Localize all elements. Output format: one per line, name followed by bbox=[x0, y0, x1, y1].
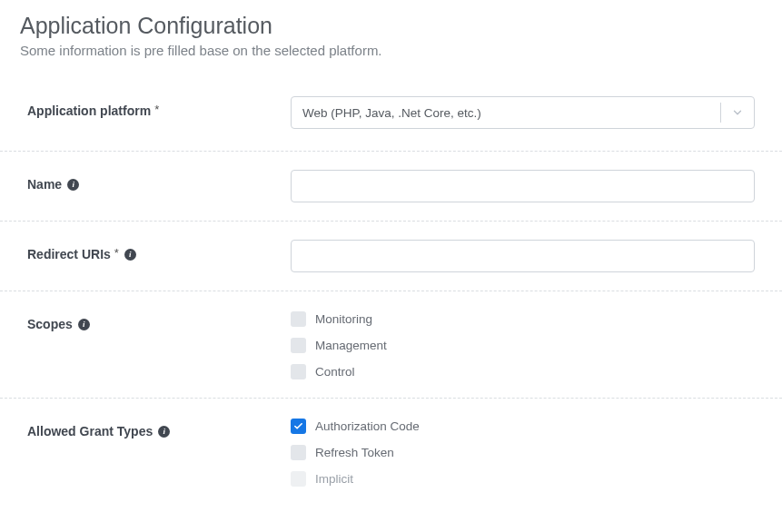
checkbox-label: Authorization Code bbox=[315, 419, 420, 433]
page-subtitle: Some information is pre filled base on t… bbox=[20, 43, 762, 58]
checkbox-grant-refresh-token[interactable]: Refresh Token bbox=[291, 445, 755, 460]
checkbox-box bbox=[291, 338, 306, 353]
info-icon[interactable]: i bbox=[78, 319, 90, 330]
row-name: Name i bbox=[0, 152, 782, 222]
required-mark: * bbox=[154, 103, 159, 116]
row-redirect-uris: Redirect URIs * i bbox=[0, 222, 782, 291]
check-icon bbox=[293, 421, 303, 431]
name-input[interactable] bbox=[291, 170, 755, 202]
checkbox-box bbox=[291, 419, 306, 434]
checkbox-box bbox=[291, 471, 306, 487]
label-col-platform: Application platform * bbox=[27, 96, 291, 118]
label-col-grant-types: Allowed Grant Types i bbox=[27, 417, 291, 438]
input-col-grant-types: Authorization Code Refresh Token Implici… bbox=[291, 417, 755, 487]
row-scopes: Scopes i Monitoring Management bbox=[0, 291, 782, 399]
chevron-down-icon bbox=[721, 106, 754, 119]
platform-select[interactable]: Web (PHP, Java, .Net Core, etc.) bbox=[291, 96, 755, 129]
redirect-uris-input[interactable] bbox=[291, 240, 755, 272]
label-col-name: Name i bbox=[27, 170, 291, 192]
checkbox-label: Implicit bbox=[315, 472, 353, 486]
info-icon[interactable]: i bbox=[158, 426, 170, 438]
checkbox-box bbox=[291, 445, 306, 460]
info-icon[interactable]: i bbox=[124, 249, 136, 261]
form-section: Application platform * Web (PHP, Java, .… bbox=[0, 91, 782, 505]
checkbox-label: Refresh Token bbox=[315, 446, 394, 459]
input-col-scopes: Monitoring Management Control bbox=[291, 310, 755, 379]
checkbox-label: Control bbox=[315, 365, 355, 379]
label-name: Name bbox=[27, 177, 62, 192]
input-col-redirect bbox=[291, 240, 755, 272]
label-grant-types: Allowed Grant Types bbox=[27, 424, 153, 438]
checkbox-grant-implicit: Implicit bbox=[291, 471, 755, 487]
checkbox-scope-monitoring[interactable]: Monitoring bbox=[291, 311, 755, 327]
page-header: Application Configuration Some informati… bbox=[0, 0, 782, 67]
info-icon[interactable]: i bbox=[67, 179, 79, 191]
required-mark: * bbox=[114, 246, 119, 260]
label-scopes: Scopes bbox=[27, 317, 73, 331]
checkbox-box bbox=[291, 364, 306, 379]
label-application-platform: Application platform bbox=[27, 103, 151, 118]
input-col-name bbox=[291, 170, 755, 202]
platform-select-wrapper: Web (PHP, Java, .Net Core, etc.) bbox=[291, 96, 755, 129]
page-title: Application Configuration bbox=[20, 13, 762, 39]
label-col-redirect: Redirect URIs * i bbox=[27, 240, 291, 261]
checkbox-box bbox=[291, 311, 306, 327]
checkbox-scope-management[interactable]: Management bbox=[291, 338, 755, 353]
platform-select-value: Web (PHP, Java, .Net Core, etc.) bbox=[292, 106, 720, 120]
checkbox-label: Management bbox=[315, 339, 387, 352]
row-grant-types: Allowed Grant Types i Authorization Code… bbox=[0, 399, 782, 505]
checkbox-label: Monitoring bbox=[315, 312, 372, 326]
label-col-scopes: Scopes i bbox=[27, 310, 291, 331]
row-application-platform: Application platform * Web (PHP, Java, .… bbox=[0, 91, 782, 152]
checkbox-scope-control[interactable]: Control bbox=[291, 364, 755, 379]
checkbox-grant-authorization-code[interactable]: Authorization Code bbox=[291, 419, 755, 434]
label-redirect-uris: Redirect URIs bbox=[27, 247, 111, 261]
scopes-checkbox-list: Monitoring Management Control bbox=[291, 310, 755, 379]
grant-types-checkbox-list: Authorization Code Refresh Token Implici… bbox=[291, 417, 755, 487]
input-col-platform: Web (PHP, Java, .Net Core, etc.) bbox=[291, 96, 755, 129]
